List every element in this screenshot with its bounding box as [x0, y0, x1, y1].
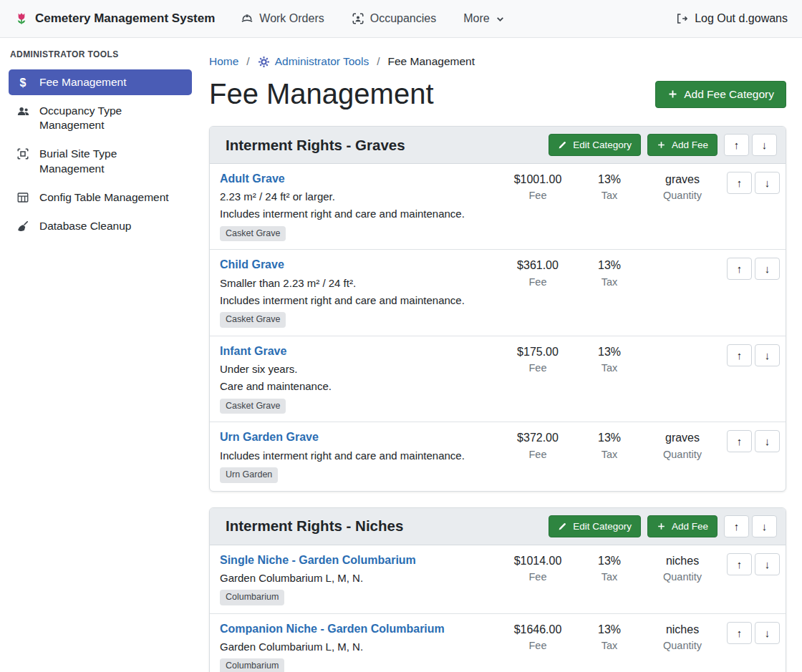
quantity-col: graves Quantity: [645, 430, 720, 459]
category-actions: Edit Category Add Fee ↑ ↓: [549, 134, 777, 156]
gear-icon: [258, 56, 270, 68]
quantity-label: Quantity: [645, 571, 720, 583]
fee-row: Companion Niche - Garden Columbarium Gar…: [210, 614, 786, 672]
fee-amount: $361.00: [502, 258, 574, 272]
move-category-down-button[interactable]: ↓: [752, 515, 777, 537]
page-title: Fee Management: [209, 78, 434, 110]
fee-label: Fee: [502, 276, 574, 288]
arrow-down-icon: ↓: [765, 263, 770, 275]
move-fee-down-button[interactable]: ↓: [755, 553, 780, 575]
tax-col: 13% Tax: [574, 172, 645, 201]
plus-icon: [657, 140, 666, 150]
fee-name-link[interactable]: Child Grave: [220, 258, 284, 271]
move-category-up-button[interactable]: ↑: [724, 134, 749, 156]
fee-name-link[interactable]: Companion Niche - Garden Columbarium: [220, 622, 445, 636]
fee-type-badge: Casket Grave: [220, 312, 286, 328]
nav-occupancies[interactable]: Occupancies: [352, 12, 437, 25]
move-category-up-button[interactable]: ↑: [724, 515, 749, 537]
arrow-down-icon: ↓: [762, 520, 768, 532]
move-fee-down-button[interactable]: ↓: [755, 430, 780, 452]
move-fee-up-button[interactable]: ↑: [727, 553, 752, 575]
fee-name-link[interactable]: Adult Grave: [220, 172, 285, 185]
breadcrumb-admin-link[interactable]: Administrator Tools: [258, 55, 369, 68]
logout-link[interactable]: Log Out d.gowans: [675, 12, 788, 25]
sidebar-item-config-table-management[interactable]: Config Table Management: [9, 185, 192, 210]
add-fee-button[interactable]: Add Fee: [647, 134, 718, 156]
logout-icon: [675, 12, 688, 25]
fee-col: $175.00 Fee: [502, 344, 574, 374]
fee-desc-2: Care and maintenance.: [220, 380, 502, 392]
fee-tax: 13%: [574, 623, 645, 636]
arrow-up-icon: ↑: [734, 139, 740, 151]
move-category-down-button[interactable]: ↓: [752, 134, 777, 156]
move-fee-down-button[interactable]: ↓: [755, 622, 780, 644]
fee-desc-1: Smaller than 2.23 m² / 24 ft².: [220, 277, 502, 289]
edit-category-button[interactable]: Edit Category: [549, 134, 641, 156]
app-title: Cemetery Management System: [35, 11, 215, 26]
fee-name-link[interactable]: Infant Grave: [220, 344, 286, 358]
arrow-down-icon: ↓: [765, 349, 770, 361]
top-navbar: Cemetery Management System Work Orders: [0, 0, 802, 38]
fee-reorder-controls: ↑ ↓: [720, 553, 781, 575]
move-fee-up-button[interactable]: ↑: [727, 430, 752, 452]
fee-name-link[interactable]: Urn Garden Grave: [220, 430, 319, 444]
plus-icon: [657, 522, 666, 531]
fee-quantity: graves: [645, 172, 720, 186]
arrow-up-icon: ↑: [737, 263, 743, 275]
breadcrumb-admin-label: Administrator Tools: [275, 55, 369, 68]
fee-amount: $372.00: [502, 431, 574, 444]
fee-reorder-controls: ↑ ↓: [720, 258, 781, 280]
sidebar-item-fee-management[interactable]: $ Fee Management: [9, 69, 192, 95]
add-fee-button[interactable]: Add Fee: [647, 515, 718, 537]
table-icon: [16, 191, 30, 204]
fee-type-badge: Casket Grave: [220, 399, 286, 414]
move-fee-up-button[interactable]: ↑: [727, 344, 752, 366]
fee-name-link[interactable]: Single Niche - Garden Columbarium: [220, 553, 416, 567]
fee-main: Adult Grave 2.23 m² / 24 ft² or larger. …: [220, 172, 502, 241]
broom-icon: [16, 220, 30, 233]
quantity-label: Quantity: [645, 190, 720, 201]
edit-category-button[interactable]: Edit Category: [549, 515, 641, 537]
move-fee-up-button[interactable]: ↑: [727, 622, 752, 644]
fee-main: Companion Niche - Garden Columbarium Gar…: [220, 622, 502, 672]
nav-work-orders[interactable]: Work Orders: [241, 12, 324, 25]
fee-row: Infant Grave Under six years. Care and m…: [210, 336, 786, 422]
layout: ADMINISTRATOR TOOLS $ Fee Management Occ…: [0, 38, 802, 672]
fee-desc-1: Garden Columbarium L, M, N.: [220, 572, 502, 584]
add-fee-category-button[interactable]: Add Fee Category: [655, 81, 786, 108]
fee-label: Fee: [502, 640, 574, 651]
nav-label: More: [463, 12, 489, 25]
fee-reorder-controls: ↑ ↓: [720, 172, 781, 194]
move-fee-up-button[interactable]: ↑: [727, 172, 752, 194]
arrow-down-icon: ↓: [765, 177, 770, 189]
fee-desc-1: Under six years.: [220, 363, 502, 375]
fee-tax: 13%: [574, 431, 645, 444]
sidebar-item-database-cleanup[interactable]: Database Cleanup: [9, 213, 192, 239]
move-fee-down-button[interactable]: ↓: [755, 258, 780, 280]
breadcrumb-home-link[interactable]: Home: [209, 55, 238, 68]
app-brand[interactable]: Cemetery Management System: [14, 11, 215, 26]
main-content: Home / Administrator Tools / Fee Managem…: [200, 38, 802, 672]
fee-reorder-controls: ↑ ↓: [720, 622, 781, 644]
move-fee-up-button[interactable]: ↑: [727, 258, 752, 280]
move-fee-down-button[interactable]: ↓: [755, 172, 780, 194]
sidebar-item-occupancy-type-management[interactable]: Occupancy Type Management: [9, 98, 192, 138]
fee-quantity: graves: [645, 431, 720, 444]
sidebar-item-burial-site-type-management[interactable]: Burial Site Type Management: [9, 141, 192, 181]
nav-more[interactable]: More: [463, 12, 504, 25]
fee-label: Fee: [502, 362, 574, 374]
fee-desc-2: Includes interment right and care and ma…: [220, 208, 502, 220]
nav-label: Occupancies: [370, 12, 437, 25]
quantity-col: niches Quantity: [645, 622, 720, 651]
main-nav: Work Orders Occupancies More: [241, 12, 504, 25]
fee-amount: $1646.00: [502, 623, 574, 636]
fee-list: Single Niche - Garden Columbarium Garden…: [210, 545, 786, 672]
sidebar: ADMINISTRATOR TOOLS $ Fee Management Occ…: [0, 38, 200, 672]
dollar-icon: $: [16, 76, 30, 89]
move-fee-down-button[interactable]: ↓: [755, 344, 780, 366]
category-title: Interment Rights - Graves: [226, 137, 405, 154]
arrow-down-icon: ↓: [765, 435, 770, 447]
breadcrumb: Home / Administrator Tools / Fee Managem…: [209, 55, 786, 68]
fee-label: Fee: [502, 571, 574, 583]
chevron-down-icon: [496, 14, 505, 24]
